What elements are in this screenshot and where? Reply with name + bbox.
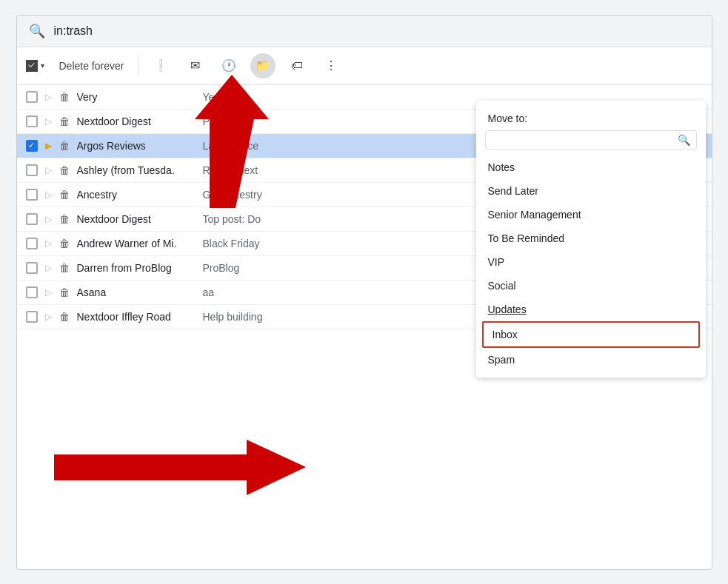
label-button[interactable]: 🏷 bbox=[284, 53, 310, 78]
clock-icon: 🕐 bbox=[221, 58, 236, 73]
important-arrow-4: ▷ bbox=[45, 165, 52, 175]
delete-forever-button[interactable]: Delete forever bbox=[53, 57, 130, 75]
move-to-item-send-later[interactable]: Send Later bbox=[476, 179, 706, 203]
search-bar: 🔍 in:trash bbox=[17, 16, 712, 47]
move-to-search-icon: 🔍 bbox=[678, 134, 690, 146]
sender-6: Nextdoor Digest bbox=[77, 213, 196, 225]
report-button[interactable]: ❕ bbox=[148, 53, 173, 78]
move-to-item-senior-management[interactable]: Senior Management bbox=[476, 203, 706, 226]
important-arrow-5: ▷ bbox=[45, 189, 52, 200]
row-checkbox-1[interactable] bbox=[26, 91, 38, 103]
trash-icon-9: 🗑 bbox=[59, 286, 70, 298]
select-dropdown-arrow[interactable]: ▾ bbox=[41, 61, 44, 70]
sender-10: Nextdoor Iffley Road bbox=[77, 311, 196, 323]
trash-icon-8: 🗑 bbox=[59, 262, 70, 274]
sender-9: Asana bbox=[77, 286, 196, 298]
more-vert-icon: ⋮ bbox=[325, 58, 337, 73]
trash-icon-5: 🗑 bbox=[59, 189, 70, 201]
exclamation-icon: ❕ bbox=[153, 58, 168, 73]
row-checkbox-7[interactable] bbox=[26, 238, 38, 249]
main-container: 🔍 in:trash ▾ Delete forever ❕ ✉ 🕐 📁 🏷 ⋮ bbox=[16, 15, 712, 570]
move-to-item-vip[interactable]: VIP bbox=[476, 250, 706, 274]
move-to-dropdown: Move to: 🔍 Notes Send Later Senior Manag… bbox=[476, 101, 706, 377]
important-arrow-2: ▷ bbox=[45, 116, 52, 127]
search-query: in:trash bbox=[54, 24, 93, 38]
move-icon: 📁 bbox=[256, 58, 270, 73]
trash-icon-6: 🗑 bbox=[59, 213, 70, 225]
row-checkbox-6[interactable] bbox=[26, 213, 38, 225]
move-to-item-updates[interactable]: Updates bbox=[476, 298, 706, 321]
important-arrow-8: ▷ bbox=[45, 263, 52, 273]
move-to-item-social[interactable]: Social bbox=[476, 274, 706, 298]
important-arrow-6: ▷ bbox=[45, 214, 52, 224]
row-checkbox-5[interactable] bbox=[26, 189, 38, 201]
trash-icon-2: 🗑 bbox=[59, 115, 70, 127]
row-checkbox-9[interactable] bbox=[26, 286, 38, 298]
row-checkbox-10[interactable] bbox=[26, 311, 38, 323]
sender-4: Ashley (from Tuesda. bbox=[77, 164, 196, 176]
move-to-item-spam[interactable]: Spam bbox=[476, 348, 706, 372]
snooze-button[interactable]: 🕐 bbox=[216, 53, 241, 78]
search-icon: 🔍 bbox=[29, 23, 45, 39]
move-to-search-input[interactable] bbox=[492, 134, 678, 146]
row-checkbox-2[interactable] bbox=[26, 115, 38, 127]
row-checkbox-8[interactable] bbox=[26, 262, 38, 274]
move-to-search-bar[interactable]: 🔍 bbox=[485, 130, 697, 150]
label-icon: 🏷 bbox=[291, 59, 303, 73]
more-options-button[interactable]: ⋮ bbox=[318, 53, 344, 78]
important-arrow-7: ▷ bbox=[45, 238, 52, 249]
trash-icon-4: 🗑 bbox=[59, 164, 70, 176]
move-to-item-to-be-reminded[interactable]: To Be Reminded bbox=[476, 226, 706, 250]
row-checkbox-4[interactable] bbox=[26, 164, 38, 176]
important-arrow-9: ▷ bbox=[45, 287, 52, 298]
row-checkbox-3[interactable] bbox=[26, 140, 38, 152]
move-to-item-inbox[interactable]: Inbox bbox=[482, 321, 700, 348]
sender-2: Nextdoor Digest bbox=[77, 115, 196, 127]
toolbar: ▾ Delete forever ❕ ✉ 🕐 📁 🏷 ⋮ bbox=[17, 47, 712, 85]
toolbar-divider-1 bbox=[138, 57, 139, 75]
mark-as-read-button[interactable]: ✉ bbox=[182, 53, 207, 78]
trash-icon-7: 🗑 bbox=[59, 238, 70, 249]
sender-7: Andrew Warner of Mi. bbox=[77, 238, 196, 249]
important-arrow-10: ▷ bbox=[45, 312, 52, 322]
move-to-button[interactable]: 📁 bbox=[250, 53, 275, 78]
trash-icon-3: 🗑 bbox=[59, 140, 70, 152]
sender-1: Very bbox=[77, 91, 196, 103]
move-to-title: Move to: bbox=[476, 107, 706, 127]
trash-icon-1: 🗑 bbox=[59, 91, 70, 103]
select-all-checkbox[interactable] bbox=[26, 60, 38, 72]
sender-5: Ancestry bbox=[77, 189, 196, 201]
move-to-item-notes[interactable]: Notes bbox=[476, 155, 706, 179]
important-arrow-3: ▶ bbox=[45, 141, 52, 151]
sender-8: Darren from ProBlog bbox=[77, 262, 196, 274]
trash-icon-10: 🗑 bbox=[59, 311, 70, 323]
sender-3: Argos Reviews bbox=[77, 140, 196, 152]
select-all-group[interactable]: ▾ bbox=[26, 60, 44, 72]
envelope-icon: ✉ bbox=[190, 58, 200, 73]
important-arrow-1: ▷ bbox=[45, 92, 52, 102]
